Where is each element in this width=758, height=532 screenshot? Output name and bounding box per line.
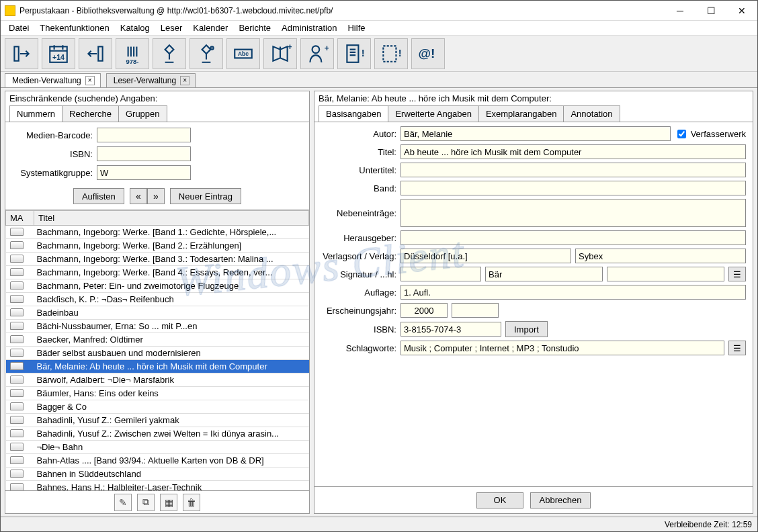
table-row[interactable]: Bachmann, Ingeborg: Werke. [Band 3.: Tod… [6,253,309,266]
autor-input[interactable] [401,126,671,141]
row-title: Badeinbau [34,306,309,320]
add-book-icon[interactable]: + [263,38,297,69]
checkout-icon[interactable] [5,38,38,69]
reminder2-icon[interactable]: ! [374,38,408,69]
table-row[interactable]: Bahadinli, Yusuf Z.: Gemileri yakmak [6,414,309,427]
sysgroup-input[interactable] [97,165,191,180]
table-row[interactable]: Bahnes, Hans H.: Halbleiter-Laser-Techni… [6,481,309,491]
verlag-input[interactable] [575,249,746,263]
table-row[interactable]: Bahn-Atlas .... [Band 93/94.: Aktuelle K… [6,454,309,468]
table-row[interactable]: Backfisch, K. P.: ¬Das¬ Reifenbuch [6,293,309,306]
delete-icon[interactable]: 🗑 [183,494,200,511]
select-all-icon[interactable]: ▦ [160,494,177,511]
mail-alert-icon[interactable]: @! [411,38,445,69]
media-list[interactable]: MA Titel Bachmann, Ingeborg: Werke. [Ban… [5,210,309,490]
menu-katalog[interactable]: Katalog [115,21,155,34]
menu-administration[interactable]: Administration [276,21,342,34]
col-ma[interactable]: MA [6,211,34,226]
table-row[interactable]: Bärwolf, Adalbert: ¬Die¬ Marsfabrik [6,373,309,387]
sig3-input[interactable] [607,267,724,281]
subtab-basisangaben[interactable]: Basisangaben [319,105,388,122]
subtab-erweiterte-angaben[interactable]: Erweiterte Angaben [388,105,478,122]
sig2-input[interactable] [485,267,603,281]
schlag-picker-icon[interactable]: ☰ [728,341,746,355]
close-button[interactable]: ✕ [726,1,757,21]
band-input[interactable] [401,181,746,195]
doctab-leser-verwaltung[interactable]: Leser-Verwaltung× [106,73,196,87]
search-media-icon[interactable] [153,38,186,69]
close-tab-icon[interactable]: × [180,76,190,85]
menu-leser[interactable]: Leser [155,21,188,34]
neben-label: Nebeneinträge: [319,208,396,218]
ok-button[interactable]: OK [476,492,523,508]
subtab-exemplarangaben[interactable]: Exemplarangaben [478,105,564,122]
isbn-input[interactable] [97,146,191,161]
list-button[interactable]: Auflisten [73,188,124,204]
subtab-annotation[interactable]: Annotation [563,105,620,122]
maximize-button[interactable]: ☐ [696,1,726,21]
table-row[interactable]: Bäder selbst ausbauen und modernisieren [6,347,309,360]
new-entry-button[interactable]: Neuer Eintrag [170,188,241,204]
table-row[interactable]: Bagger & Co [6,400,309,414]
doctab-medien-verwaltung[interactable]: Medien-Verwaltung× [5,73,101,87]
media-search-panel: Einschränkende (suchende) Angaben: Numme… [5,91,310,514]
menu-hilfe[interactable]: Hilfe [342,21,370,34]
row-title: Bachmann, Peter: Ein- und zweimotorige F… [34,279,309,293]
table-row[interactable]: Badeinbau [6,306,309,320]
table-row[interactable]: Bachmann, Ingeborg: Werke. [Band 4.: Ess… [6,266,309,279]
col-title[interactable]: Titel [34,211,309,226]
checkin-icon[interactable] [79,38,112,69]
prev-button[interactable]: « [130,188,147,204]
sig-picker-icon[interactable]: ☰ [728,267,746,281]
subtab-gruppen[interactable]: Gruppen [118,105,167,122]
import-button[interactable]: Import [505,321,548,337]
book-icon [9,414,24,424]
subtab-recherche[interactable]: Recherche [62,105,119,122]
barcode-input[interactable] [97,128,191,142]
hrsg-input[interactable] [401,230,746,245]
table-row[interactable]: Bachmann, Peter: Ein- und zweimotorige F… [6,279,309,293]
menu-berichte[interactable]: Berichte [233,21,276,34]
auflage-label: Auflage: [319,287,396,298]
table-row[interactable]: Baecker, Manfred: Oldtimer [6,333,309,347]
book-icon [9,441,24,451]
neben-input[interactable] [401,199,746,227]
sig1-input[interactable] [401,267,481,281]
menu-datei[interactable]: Datei [3,21,34,34]
table-row[interactable]: ¬Die¬ Bahn [6,441,309,454]
table-row[interactable]: Bäumler, Hans: Eins oder keins [6,387,309,400]
next-button[interactable]: » [147,188,165,204]
isbn-icon[interactable]: 978- [116,38,149,69]
table-row[interactable]: Bachmann, Ingeborg: Werke. [Band 2.: Erz… [6,239,309,253]
band-label: Band: [319,183,396,193]
svg-point-9 [312,46,320,53]
label-icon[interactable]: Abc [226,38,260,69]
copy-icon[interactable]: ⧉ [137,494,155,511]
untertitel-input[interactable] [401,163,746,177]
table-row[interactable]: Bär, Melanie: Ab heute ... höre ich Musi… [6,360,309,373]
reminder1-icon[interactable]: ! [337,38,371,69]
verfasserwerk-checkbox[interactable]: Verfasserwerk [675,128,746,140]
jahr2-input[interactable] [452,303,499,318]
extend-14-icon[interactable]: +14 [42,38,75,69]
table-row[interactable]: Bachmann, Ingeborg: Werke. [Band 1.: Ged… [6,226,309,239]
search-reader-icon[interactable] [190,38,223,69]
titel-input[interactable] [401,144,746,159]
table-row[interactable]: Bahadinli, Yusuf Z.: Zwischen zwei Welte… [6,427,309,441]
add-reader-icon[interactable]: + [300,38,334,69]
close-tab-icon[interactable]: × [85,76,95,85]
statusbar: Verbleibende Zeit: 12:59 [1,517,757,531]
auflage-input[interactable] [401,285,746,300]
minimize-button[interactable]: ─ [665,1,696,21]
schlag-input[interactable] [401,341,724,355]
subtab-nummern[interactable]: Nummern [9,105,62,122]
menu-kalender[interactable]: Kalender [187,21,233,34]
isbn-det-input[interactable] [401,322,501,337]
verlagsort-input[interactable] [401,249,571,263]
jahr-input[interactable] [401,303,448,318]
cancel-button[interactable]: Abbrechen [530,492,591,508]
edit-icon[interactable]: ✎ [114,494,132,511]
menu-thekenfunktionen[interactable]: Thekenfunktionen [34,21,114,34]
table-row[interactable]: Bahnen in Süddeutschland [6,468,309,481]
table-row[interactable]: Bächi-Nussbaumer, Erna: So ... mit P...e… [6,320,309,333]
